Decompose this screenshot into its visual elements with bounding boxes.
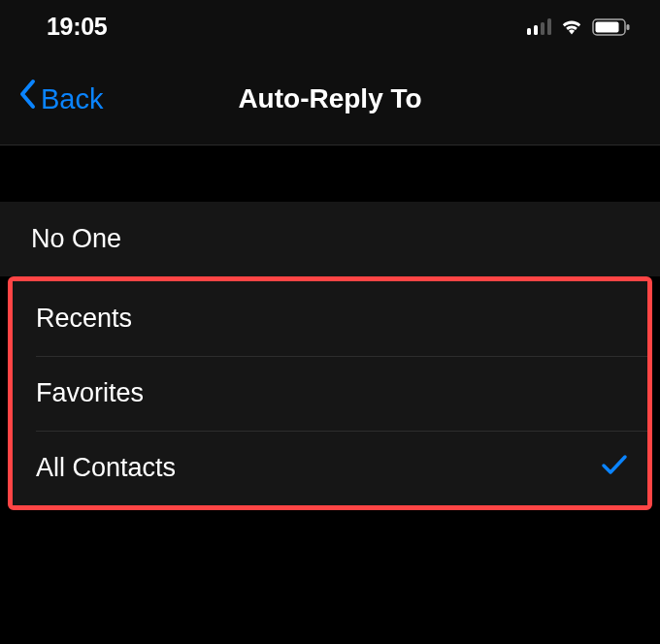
status-bar: 19:05 bbox=[0, 0, 660, 53]
back-button[interactable]: Back bbox=[0, 80, 103, 117]
status-indicators bbox=[527, 17, 632, 37]
chevron-left-icon bbox=[17, 79, 37, 115]
option-label: All Contacts bbox=[36, 453, 176, 483]
option-recents[interactable]: Recents bbox=[13, 281, 647, 356]
option-label: Favorites bbox=[36, 378, 144, 408]
option-no-one[interactable]: No One bbox=[0, 202, 660, 276]
svg-rect-2 bbox=[627, 24, 630, 30]
back-label: Back bbox=[41, 83, 103, 115]
svg-rect-1 bbox=[596, 21, 619, 32]
cellular-signal-icon bbox=[527, 18, 552, 35]
navigation-bar: Back Auto-Reply To bbox=[0, 53, 660, 145]
checkmark-icon bbox=[601, 453, 628, 483]
battery-icon bbox=[592, 17, 631, 37]
option-all-contacts[interactable]: All Contacts bbox=[13, 431, 647, 505]
option-label: No One bbox=[31, 224, 121, 254]
highlighted-options: Recents Favorites All Contacts bbox=[8, 276, 652, 510]
option-favorites[interactable]: Favorites bbox=[13, 356, 647, 431]
option-label: Recents bbox=[36, 304, 132, 334]
status-time: 19:05 bbox=[47, 13, 107, 41]
wifi-icon bbox=[559, 17, 584, 37]
spacer bbox=[0, 145, 660, 202]
